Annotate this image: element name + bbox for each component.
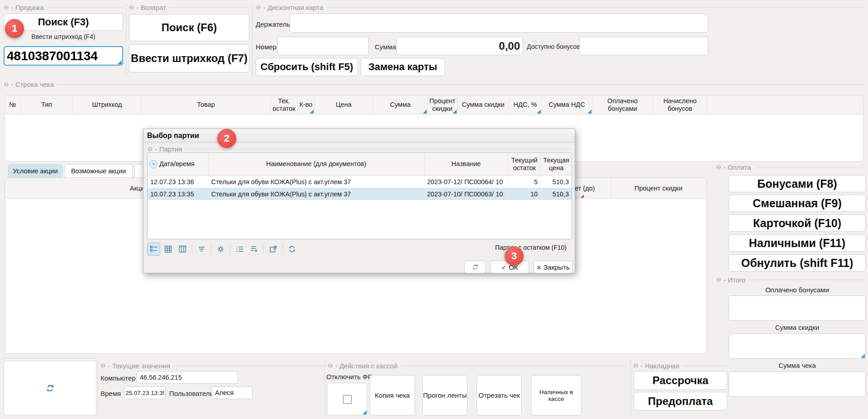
list-add-icon[interactable] [248,243,261,256]
batch-row-selected[interactable]: 10.07.23 13:35 Стельки для обуви КОЖА(Pl… [148,188,572,200]
col-discount-pct[interactable]: Процент скидки [428,95,458,114]
check-sum-field[interactable] [729,371,866,397]
collapse-icon[interactable] [716,164,721,170]
col-barcode[interactable]: Штрихкод [73,95,142,114]
group-label: Возврат [137,4,166,11]
cut-check-button[interactable]: Отрезать чек [477,375,522,415]
tab-possible-promos[interactable]: Возможные акции [64,164,133,177]
return-group-title: Возврат [129,4,249,11]
divider [126,4,126,76]
reset-card-button[interactable]: Сбросить (shift F5) [256,58,358,76]
repeat-icon[interactable] [286,243,299,256]
check-sum-label: Сумма чека [729,362,866,369]
discount-sum-field[interactable] [729,333,866,359]
number-label: Номер [256,43,277,51]
col-current-stock[interactable]: Тек. остаток [271,95,298,114]
col-price[interactable]: Цена [315,95,373,114]
numbered-list-icon[interactable] [233,243,246,256]
close-button[interactable]: Закрыть [534,261,572,273]
amount-label: Сумма [375,43,396,51]
refresh-icon[interactable] [45,383,55,393]
col-accrued-bonus[interactable]: Начислено бонусов [653,95,707,114]
batch-row[interactable]: 12.07.23 13:36 Стельки для обуви КОЖА(Pl… [148,176,572,188]
collapse-icon[interactable] [4,81,9,87]
view-table-icon[interactable] [176,243,189,256]
user-input[interactable] [212,386,253,399]
batch-table: Дата/время Наименование (для документов)… [147,152,572,239]
col-discount-sum[interactable]: Сумма скидки [458,95,509,114]
collapse-icon[interactable] [129,4,134,10]
settings-gear-icon[interactable] [214,243,227,256]
installment-button[interactable]: Рассрочка [634,371,727,390]
collapse-icon[interactable] [256,4,261,10]
open-external-icon[interactable] [267,243,280,256]
col-vat-pct[interactable]: НДС, % [509,95,542,114]
computer-input[interactable] [137,371,238,384]
dialog-title: Выбор партии [147,132,199,140]
col-cur-price[interactable]: Текущая цена [541,153,572,175]
available-bonus-input[interactable] [579,37,708,55]
paid-bonus-label: Оплачено бонусами [729,286,866,294]
paid-bonus-field[interactable] [729,295,866,321]
amount-input[interactable] [396,37,523,55]
time-input[interactable] [124,386,166,399]
pay-reset-button[interactable]: Обнулить (shift F11) [729,254,866,271]
tab-promo-condition[interactable]: Условие акции [8,164,62,177]
col-title[interactable]: Название [424,153,509,175]
prepayment-button[interactable]: Предоплата [634,392,727,410]
pay-cash-button[interactable]: Наличными (F11) [729,234,866,252]
holder-input[interactable] [290,14,708,33]
collapse-icon[interactable] [148,146,153,152]
sort-descending-icon[interactable] [149,160,157,168]
promo-col-discount-pct[interactable]: Процент скидки [611,178,706,199]
col-datetime[interactable]: Дата/время [148,153,209,175]
collapse-icon[interactable] [328,362,333,369]
sort-filter-icon[interactable] [195,243,208,256]
col-qty[interactable]: К-во [298,95,315,114]
disable-fr-panel[interactable] [327,383,367,415]
cash-actions-group-title: Действия с кассой [328,362,627,369]
copy-check-button[interactable]: Копия чека [370,375,415,415]
view-list-icon[interactable] [147,243,160,256]
pos-window: Продажа Поиск (F3) Ввести штрихкод (F4) … [0,0,868,419]
refresh-panel[interactable] [4,361,96,415]
col-type[interactable]: Тип [21,95,73,114]
discount-sum-label: Сумма скидки [729,324,866,331]
col-cur-stock[interactable]: Текущий остаток [508,153,541,175]
feed-tape-button[interactable]: Прогон ленты [422,375,467,415]
time-label: Время [100,390,121,397]
col-vat-sum[interactable]: Сумма НДС [542,95,592,114]
payment-group-title: Оплата [716,163,865,171]
collapse-icon[interactable] [100,362,106,369]
col-product[interactable]: Товар [142,95,271,114]
stock-filter-label[interactable]: Партии с остатком (F10) [495,244,567,251]
batch-group-title: Партия [148,145,571,152]
sale-barcode-input[interactable] [5,47,122,65]
collapse-icon[interactable] [716,276,721,283]
col-doc-name[interactable]: Наименование (для документов) [209,153,424,175]
col-paid-bonus[interactable]: Оплачено бонусами [592,95,653,114]
group-label: Дисконтная карта [263,4,324,11]
col-sum[interactable]: Сумма [373,95,428,114]
collapse-icon[interactable] [4,4,9,10]
collapse-icon[interactable] [633,362,639,369]
computer-label: Компьютер [100,374,136,382]
cash-in-register-button[interactable]: Наличных в кассе [531,375,582,415]
invoice-group-title: Накладная [633,362,726,369]
group-label: Строка чека [11,81,54,88]
pay-card-button[interactable]: Карточкой (F10) [729,214,866,232]
disable-fr-checkbox[interactable] [343,395,352,404]
group-label: Действия с кассой [335,362,398,370]
return-barcode-button[interactable]: Ввести штрихкод (F7) [129,44,249,72]
step-badge-2: 2 [217,129,236,148]
refresh-icon [472,263,479,271]
pay-mixed-button[interactable]: Смешанная (F9) [729,195,866,212]
return-search-button[interactable]: Поиск (F6) [129,14,249,41]
pay-bonus-button[interactable]: Бонусами (F8) [729,175,866,192]
dialog-refresh-button[interactable] [464,261,486,273]
replace-card-button[interactable]: Замена карты [361,58,445,76]
view-grid-icon[interactable] [162,243,175,256]
col-number[interactable]: № [5,95,21,114]
card-number-input[interactable] [277,37,369,55]
batch-dialog-titlebar[interactable]: Выбор партии [143,129,575,143]
